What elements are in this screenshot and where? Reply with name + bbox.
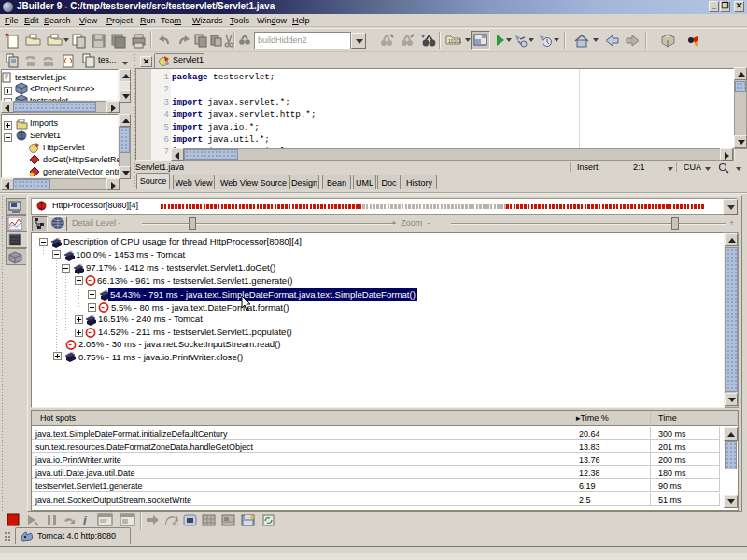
svg-text:10101: 10101: [448, 38, 461, 44]
